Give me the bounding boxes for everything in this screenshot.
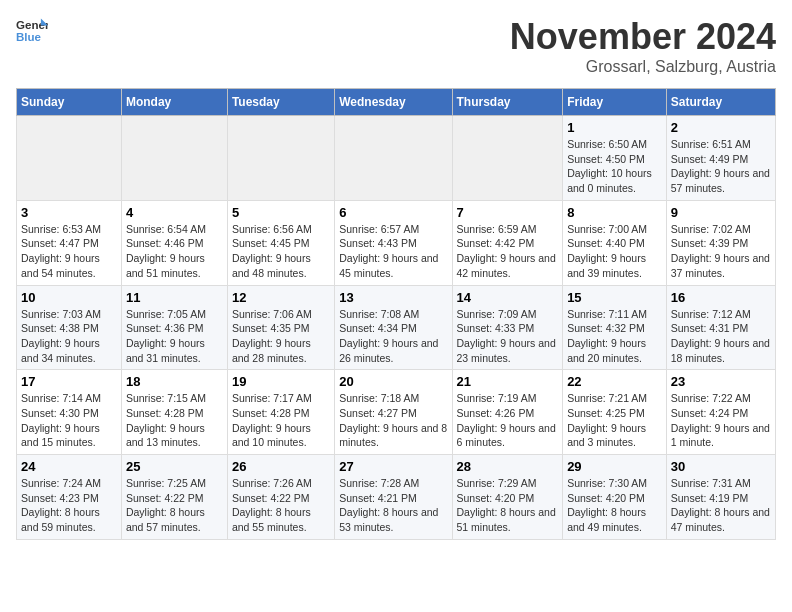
day-number: 20 <box>339 374 447 389</box>
day-info: Sunrise: 7:02 AMSunset: 4:39 PMDaylight:… <box>671 222 771 281</box>
day-info: Sunrise: 6:57 AMSunset: 4:43 PMDaylight:… <box>339 222 447 281</box>
day-number: 23 <box>671 374 771 389</box>
calendar-week-row: 3Sunrise: 6:53 AMSunset: 4:47 PMDaylight… <box>17 200 776 285</box>
header: General Blue November 2024 Grossarl, Sal… <box>16 16 776 76</box>
day-number: 24 <box>21 459 117 474</box>
col-friday: Friday <box>563 89 667 116</box>
day-info: Sunrise: 7:12 AMSunset: 4:31 PMDaylight:… <box>671 307 771 366</box>
calendar-week-row: 1Sunrise: 6:50 AMSunset: 4:50 PMDaylight… <box>17 116 776 201</box>
calendar-header-row: Sunday Monday Tuesday Wednesday Thursday… <box>17 89 776 116</box>
day-number: 16 <box>671 290 771 305</box>
day-info: Sunrise: 7:14 AMSunset: 4:30 PMDaylight:… <box>21 391 117 450</box>
table-row: 24Sunrise: 7:24 AMSunset: 4:23 PMDayligh… <box>17 455 122 540</box>
day-number: 12 <box>232 290 330 305</box>
table-row: 23Sunrise: 7:22 AMSunset: 4:24 PMDayligh… <box>666 370 775 455</box>
day-info: Sunrise: 7:06 AMSunset: 4:35 PMDaylight:… <box>232 307 330 366</box>
calendar-table: Sunday Monday Tuesday Wednesday Thursday… <box>16 88 776 540</box>
day-info: Sunrise: 6:56 AMSunset: 4:45 PMDaylight:… <box>232 222 330 281</box>
day-number: 28 <box>457 459 559 474</box>
day-info: Sunrise: 7:26 AMSunset: 4:22 PMDaylight:… <box>232 476 330 535</box>
col-thursday: Thursday <box>452 89 563 116</box>
table-row: 7Sunrise: 6:59 AMSunset: 4:42 PMDaylight… <box>452 200 563 285</box>
day-info: Sunrise: 7:28 AMSunset: 4:21 PMDaylight:… <box>339 476 447 535</box>
day-number: 6 <box>339 205 447 220</box>
col-saturday: Saturday <box>666 89 775 116</box>
day-info: Sunrise: 7:21 AMSunset: 4:25 PMDaylight:… <box>567 391 662 450</box>
table-row: 12Sunrise: 7:06 AMSunset: 4:35 PMDayligh… <box>227 285 334 370</box>
logo-icon: General Blue <box>16 16 48 44</box>
day-info: Sunrise: 7:00 AMSunset: 4:40 PMDaylight:… <box>567 222 662 281</box>
table-row: 17Sunrise: 7:14 AMSunset: 4:30 PMDayligh… <box>17 370 122 455</box>
table-row: 29Sunrise: 7:30 AMSunset: 4:20 PMDayligh… <box>563 455 667 540</box>
table-row: 8Sunrise: 7:00 AMSunset: 4:40 PMDaylight… <box>563 200 667 285</box>
day-info: Sunrise: 7:30 AMSunset: 4:20 PMDaylight:… <box>567 476 662 535</box>
day-number: 30 <box>671 459 771 474</box>
calendar-body: 1Sunrise: 6:50 AMSunset: 4:50 PMDaylight… <box>17 116 776 540</box>
col-wednesday: Wednesday <box>335 89 452 116</box>
day-number: 22 <box>567 374 662 389</box>
table-row: 20Sunrise: 7:18 AMSunset: 4:27 PMDayligh… <box>335 370 452 455</box>
col-tuesday: Tuesday <box>227 89 334 116</box>
table-row: 10Sunrise: 7:03 AMSunset: 4:38 PMDayligh… <box>17 285 122 370</box>
table-row: 21Sunrise: 7:19 AMSunset: 4:26 PMDayligh… <box>452 370 563 455</box>
day-number: 27 <box>339 459 447 474</box>
day-info: Sunrise: 7:24 AMSunset: 4:23 PMDaylight:… <box>21 476 117 535</box>
table-row: 19Sunrise: 7:17 AMSunset: 4:28 PMDayligh… <box>227 370 334 455</box>
day-number: 4 <box>126 205 223 220</box>
table-row <box>17 116 122 201</box>
day-number: 18 <box>126 374 223 389</box>
table-row <box>335 116 452 201</box>
table-row: 14Sunrise: 7:09 AMSunset: 4:33 PMDayligh… <box>452 285 563 370</box>
day-number: 3 <box>21 205 117 220</box>
day-info: Sunrise: 6:51 AMSunset: 4:49 PMDaylight:… <box>671 137 771 196</box>
location: Grossarl, Salzburg, Austria <box>510 58 776 76</box>
table-row: 5Sunrise: 6:56 AMSunset: 4:45 PMDaylight… <box>227 200 334 285</box>
day-number: 9 <box>671 205 771 220</box>
calendar-week-row: 17Sunrise: 7:14 AMSunset: 4:30 PMDayligh… <box>17 370 776 455</box>
day-info: Sunrise: 7:03 AMSunset: 4:38 PMDaylight:… <box>21 307 117 366</box>
day-info: Sunrise: 7:22 AMSunset: 4:24 PMDaylight:… <box>671 391 771 450</box>
day-number: 5 <box>232 205 330 220</box>
day-number: 13 <box>339 290 447 305</box>
table-row: 4Sunrise: 6:54 AMSunset: 4:46 PMDaylight… <box>121 200 227 285</box>
table-row: 11Sunrise: 7:05 AMSunset: 4:36 PMDayligh… <box>121 285 227 370</box>
day-info: Sunrise: 7:09 AMSunset: 4:33 PMDaylight:… <box>457 307 559 366</box>
day-info: Sunrise: 7:31 AMSunset: 4:19 PMDaylight:… <box>671 476 771 535</box>
day-number: 29 <box>567 459 662 474</box>
day-number: 11 <box>126 290 223 305</box>
day-info: Sunrise: 7:17 AMSunset: 4:28 PMDaylight:… <box>232 391 330 450</box>
day-info: Sunrise: 6:53 AMSunset: 4:47 PMDaylight:… <box>21 222 117 281</box>
table-row: 25Sunrise: 7:25 AMSunset: 4:22 PMDayligh… <box>121 455 227 540</box>
table-row: 26Sunrise: 7:26 AMSunset: 4:22 PMDayligh… <box>227 455 334 540</box>
table-row: 28Sunrise: 7:29 AMSunset: 4:20 PMDayligh… <box>452 455 563 540</box>
day-number: 2 <box>671 120 771 135</box>
day-info: Sunrise: 7:19 AMSunset: 4:26 PMDaylight:… <box>457 391 559 450</box>
table-row: 1Sunrise: 6:50 AMSunset: 4:50 PMDaylight… <box>563 116 667 201</box>
table-row: 16Sunrise: 7:12 AMSunset: 4:31 PMDayligh… <box>666 285 775 370</box>
day-number: 7 <box>457 205 559 220</box>
table-row: 27Sunrise: 7:28 AMSunset: 4:21 PMDayligh… <box>335 455 452 540</box>
day-info: Sunrise: 7:11 AMSunset: 4:32 PMDaylight:… <box>567 307 662 366</box>
day-number: 8 <box>567 205 662 220</box>
day-number: 10 <box>21 290 117 305</box>
day-number: 17 <box>21 374 117 389</box>
day-info: Sunrise: 6:54 AMSunset: 4:46 PMDaylight:… <box>126 222 223 281</box>
table-row <box>227 116 334 201</box>
day-number: 26 <box>232 459 330 474</box>
day-info: Sunrise: 6:59 AMSunset: 4:42 PMDaylight:… <box>457 222 559 281</box>
day-info: Sunrise: 7:29 AMSunset: 4:20 PMDaylight:… <box>457 476 559 535</box>
day-info: Sunrise: 7:25 AMSunset: 4:22 PMDaylight:… <box>126 476 223 535</box>
day-info: Sunrise: 6:50 AMSunset: 4:50 PMDaylight:… <box>567 137 662 196</box>
table-row: 9Sunrise: 7:02 AMSunset: 4:39 PMDaylight… <box>666 200 775 285</box>
day-info: Sunrise: 7:18 AMSunset: 4:27 PMDaylight:… <box>339 391 447 450</box>
table-row: 2Sunrise: 6:51 AMSunset: 4:49 PMDaylight… <box>666 116 775 201</box>
day-info: Sunrise: 7:05 AMSunset: 4:36 PMDaylight:… <box>126 307 223 366</box>
day-info: Sunrise: 7:15 AMSunset: 4:28 PMDaylight:… <box>126 391 223 450</box>
day-number: 1 <box>567 120 662 135</box>
day-number: 14 <box>457 290 559 305</box>
day-info: Sunrise: 7:08 AMSunset: 4:34 PMDaylight:… <box>339 307 447 366</box>
col-monday: Monday <box>121 89 227 116</box>
table-row <box>121 116 227 201</box>
table-row: 15Sunrise: 7:11 AMSunset: 4:32 PMDayligh… <box>563 285 667 370</box>
table-row <box>452 116 563 201</box>
